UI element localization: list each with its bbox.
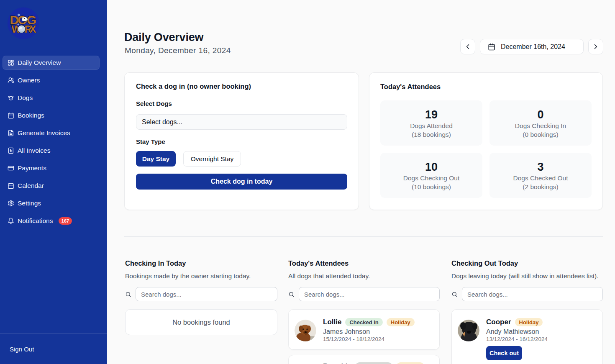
svg-text:X: X — [30, 23, 36, 35]
